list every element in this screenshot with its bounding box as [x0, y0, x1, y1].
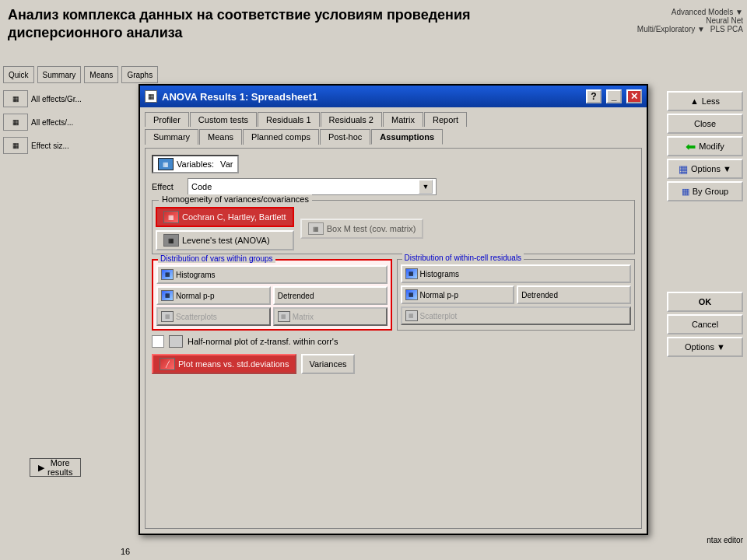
cancel-label-2: Cancel — [692, 320, 718, 329]
scatterplots-btn[interactable]: ▦ Scatterplots — [156, 307, 271, 326]
histograms-label-right: Histograms — [420, 270, 460, 278]
options-btn-2[interactable]: Options ▼ — [667, 337, 743, 357]
levene-icon: ▦ — [163, 234, 179, 247]
normal-pp-btn-right[interactable]: ▦ Normal p-p — [401, 285, 515, 304]
levene-label: Levene's test (ANOVA) — [182, 236, 270, 245]
more-results-label: More results — [47, 458, 72, 477]
cochran-label: Cochran C, Hartley, Bartlett — [182, 212, 286, 222]
effect-label: Effect — [152, 182, 183, 191]
normal-pp-btn-left[interactable]: ▦ Normal p-p — [156, 286, 271, 305]
homogeneity-group: Homogeneity of variances/covariances ▦ C… — [152, 200, 635, 254]
plot-means-btn[interactable]: ╱ Plot means vs. std.deviations — [152, 354, 296, 374]
close-dialog-btn[interactable]: ✕ — [626, 89, 642, 103]
left-row-2: ▦ All effects/... — [0, 110, 136, 134]
dist-within-groups-title: Distribution of vars within groups — [158, 254, 275, 263]
help-btn[interactable]: ? — [586, 89, 601, 103]
tab-planned-comps[interactable]: Planned comps — [243, 129, 319, 145]
normal-detrended-row-left: ▦ Normal p-p Detrended — [156, 286, 388, 305]
dist-within-groups: Distribution of vars within groups ▦ His… — [152, 259, 392, 331]
by-group-btn[interactable]: ▦ By Group — [667, 181, 743, 201]
cancel-btn-2[interactable]: Cancel — [667, 314, 743, 334]
tab-means[interactable]: Means — [199, 129, 242, 145]
bottom-btn-row: ╱ Plot means vs. std.deviations Variance… — [152, 354, 635, 374]
detrended-label-right: Detrended — [521, 291, 558, 299]
levene-btn[interactable]: ▦ Levene's test (ANOVA) — [156, 230, 294, 250]
summary-btn[interactable]: Summary — [37, 66, 82, 83]
tab-summary[interactable]: Summary — [145, 129, 198, 145]
scatterplot-btn-right[interactable]: ▦ Scatterplot — [401, 306, 632, 325]
effect-dropdown[interactable]: Code ▼ — [188, 178, 437, 195]
normal-pp-label-left: Normal p-p — [176, 292, 214, 300]
more-results-btn[interactable]: ▶ More results — [30, 458, 81, 477]
variables-label: Variables: — [177, 159, 214, 169]
minimize-btn[interactable]: _ — [606, 89, 622, 103]
advanced-models-label: Advanced Models ▼ — [672, 8, 743, 16]
detrended-btn-left[interactable]: Detrended — [273, 286, 388, 305]
pls-pca-label: PLS PCA — [710, 25, 743, 33]
anova-dialog: ▦ ANOVA Results 1: Spreadsheet1 ? _ ✕ Pr… — [139, 84, 648, 535]
half-normal-checkbox[interactable] — [152, 335, 164, 348]
tab-custom-tests[interactable]: Custom tests — [190, 112, 257, 127]
matrix-btn[interactable]: ▦ Matrix — [273, 307, 388, 326]
histograms-icon-left: ▦ — [161, 269, 174, 280]
box-m-label: Box M test (cov. matrix) — [327, 224, 416, 233]
dropdown-arrow-icon[interactable]: ▼ — [419, 180, 433, 194]
ok-label-2: OK — [699, 297, 712, 306]
matrix-icon: ▦ — [278, 311, 290, 322]
homogeneity-right-btn: ▦ Box M test (cov. matrix) — [300, 219, 424, 239]
plot-means-icon: ╱ — [160, 358, 175, 370]
scatterplots-icon: ▦ — [161, 311, 174, 322]
tab-residuals-2[interactable]: Residuals 2 — [321, 112, 382, 127]
half-normal-label: Half-normal plot of z-transf. within cor… — [188, 337, 338, 346]
tab-matrix[interactable]: Matrix — [383, 112, 423, 127]
modify-btn[interactable]: ⬅ Modify — [667, 136, 743, 156]
variables-box: ▦ Variables: Var — [152, 155, 239, 173]
variables-value: Var — [220, 159, 233, 169]
row2-label: All effects/... — [31, 118, 73, 127]
homogeneity-title: Homogeneity of variances/covariances — [159, 194, 312, 204]
top-right-area: Advanced Models ▼ Neural Net — [665, 8, 743, 25]
means-btn[interactable]: Means — [84, 66, 118, 83]
tab-post-hoc[interactable]: Post-hoc — [320, 129, 370, 145]
detrended-btn-right[interactable]: Detrended — [517, 285, 631, 304]
close-btn[interactable]: Close — [667, 114, 743, 134]
dist-within-groups-buttons: ▦ Histograms ▦ Normal p-p Detrended — [156, 265, 388, 326]
dist-within-cell: Distribution of within-cell residuals ▦ … — [397, 259, 636, 331]
page-number: 16 — [121, 547, 130, 556]
detrended-label-left: Detrended — [278, 292, 314, 300]
less-btn[interactable]: ▲ Less — [667, 91, 743, 111]
quick-btn[interactable]: Quick — [3, 66, 34, 83]
by-group-icon: ▦ — [682, 187, 689, 197]
effect-row: Effect Code ▼ — [152, 178, 635, 195]
tab-row-2: Summary Means Planned comps Post-hoc Ass… — [145, 129, 642, 145]
dist-within-cell-title: Distribution of within-cell residuals — [402, 254, 524, 262]
variables-row: ▦ Variables: Var — [152, 155, 635, 173]
tab-assumptions[interactable]: Assumptions — [371, 129, 443, 145]
more-results-arrow: ▶ — [38, 463, 44, 473]
histograms-btn-right[interactable]: ▦ Histograms — [401, 264, 632, 283]
variances-btn[interactable]: Variances — [301, 354, 354, 374]
left-row-3: ▦ Effect siz... — [0, 134, 136, 157]
row1-label: All effects/Gr... — [31, 95, 82, 103]
ok-btn-2[interactable]: OK — [667, 292, 743, 312]
variances-label: Variances — [309, 359, 346, 369]
box-m-btn[interactable]: ▦ Box M test (cov. matrix) — [300, 219, 424, 239]
options-btn-1[interactable]: ▦ Options ▼ — [667, 159, 743, 179]
cochran-btn[interactable]: ▦ Cochran C, Hartley, Bartlett — [156, 207, 294, 227]
row3-label: Effect siz... — [31, 142, 69, 150]
dialog-content: Profiler Custom tests Residuals 1 Residu… — [140, 107, 647, 534]
homogeneity-left-btns: ▦ Cochran C, Hartley, Bartlett ▦ Levene'… — [156, 207, 294, 250]
histograms-btn-left[interactable]: ▦ Histograms — [156, 265, 388, 284]
histograms-row-left: ▦ Histograms — [156, 265, 388, 284]
histograms-label-left: Histograms — [176, 271, 216, 279]
multiexploratory-label: Multi/Exploratory ▼ — [637, 25, 705, 33]
tab-report[interactable]: Report — [424, 112, 467, 127]
toolbar: Quick Summary Means Graphs — [0, 64, 658, 86]
distributions-area: Distribution of vars within groups ▦ His… — [152, 259, 635, 331]
effect-value: Code — [191, 182, 212, 191]
dialog-title: ANOVA Results 1: Spreadsheet1 — [162, 91, 581, 103]
tab-profiler[interactable]: Profiler — [145, 112, 189, 127]
less-label: Less — [702, 96, 720, 106]
graphs-btn[interactable]: Graphs — [121, 66, 158, 83]
tab-residuals-1[interactable]: Residuals 1 — [258, 112, 319, 127]
